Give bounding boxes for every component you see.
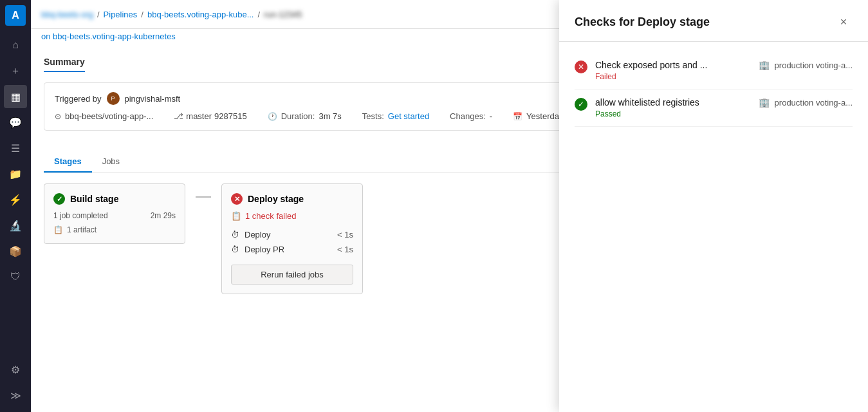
deploy-stage-name: Deploy stage [248, 194, 304, 204]
check-status-2: Passed [595, 109, 759, 118]
breadcrumb-pipelines[interactable]: Pipelines [104, 10, 138, 19]
boards-icon[interactable]: ☰ [4, 136, 27, 160]
tab-jobs[interactable]: Jobs [92, 151, 130, 173]
panel-close-button[interactable]: × [835, 13, 853, 31]
panel-body: ✕ Check exposed ports and ... Failed 🏢 p… [559, 42, 868, 412]
deploy-job-row: ⏱ Deploy < 1s [231, 227, 353, 242]
breadcrumb-sep3: / [257, 10, 260, 19]
security-icon[interactable]: 🛡 [4, 265, 27, 288]
resource-icon-1: 🏢 [759, 60, 770, 70]
check-resource-1: 🏢 production voting-a... [759, 60, 853, 70]
settings-icon[interactable]: ⚙ [4, 358, 27, 381]
duration-label: Duration: [281, 111, 315, 121]
tests-label: Tests: [362, 111, 384, 121]
summary-title: Summary [44, 57, 85, 72]
repo-meta: ⊙ bbq-beets/voting-app-... [55, 111, 153, 121]
breadcrumb-sep2: / [141, 10, 143, 19]
repo-name[interactable]: bbq-beets/voting-app-... [65, 111, 153, 121]
dashboard-icon[interactable]: ▦ [4, 85, 27, 108]
branch-name[interactable]: master [186, 111, 212, 121]
check-info-2: allow whitelisted registries Passed [595, 97, 759, 118]
add-icon[interactable]: ＋ [4, 59, 27, 82]
check-failed-link[interactable]: 📋 1 check failed [231, 211, 353, 221]
artifact-icon: 📋 [53, 225, 63, 234]
deploy-stage-header: ✕ Deploy stage [231, 193, 353, 205]
collapse-icon[interactable]: ≫ [4, 384, 27, 407]
sidebar-logo[interactable]: A [5, 5, 26, 26]
deploy-job-time: < 1s [337, 230, 353, 239]
tests-link[interactable]: Get started [388, 111, 429, 121]
changes-value: - [490, 111, 492, 121]
check-name-2[interactable]: allow whitelisted registries [595, 97, 759, 108]
deploy-pr-job-name[interactable]: Deploy PR [245, 245, 284, 254]
resource-name-1[interactable]: production voting-a... [775, 61, 853, 70]
resource-icon-2: 🏢 [759, 97, 770, 108]
sidebar: A ⌂ ＋ ▦ 💬 ☰ 📁 ⚡ 🔬 📦 🛡 ⚙ ≫ [0, 0, 31, 412]
user-avatar: P [107, 92, 120, 105]
check-resource-2: 🏢 production voting-a... [759, 97, 853, 108]
tab-stages[interactable]: Stages [44, 151, 92, 173]
checks-panel: Checks for Deploy stage × ✕ Check expose… [559, 0, 868, 412]
pipelines-icon[interactable]: ⚡ [4, 188, 27, 211]
deploy-pr-job-left: ⏱ Deploy PR [231, 245, 284, 254]
changes-label: Changes: [450, 111, 486, 121]
tests-meta: Tests: Get started [362, 111, 429, 121]
connector-line [196, 196, 211, 198]
breadcrumb-run: run-12345 [264, 10, 302, 19]
check-icon: 📋 [231, 211, 241, 221]
artifacts-icon[interactable]: 📦 [4, 239, 27, 263]
deploy-job-icon: ⏱ [231, 230, 239, 239]
artifact-count: 1 artifact [67, 225, 97, 234]
triggered-label: Triggered by [55, 94, 102, 104]
check-pass-icon-2: ✓ [575, 98, 587, 111]
check-name-1[interactable]: Check exposed ports and ... [595, 60, 759, 70]
build-stage-meta: 1 job completed 2m 29s [53, 211, 176, 220]
deploy-job-name[interactable]: Deploy [245, 230, 270, 239]
deploy-pr-job-time: < 1s [337, 245, 353, 254]
duration-value: 3m 7s [319, 111, 341, 121]
check-item-1: ✕ Check exposed ports and ... Failed 🏢 p… [575, 52, 853, 89]
test-icon[interactable]: 🔬 [4, 214, 27, 237]
check-info-1: Check exposed ports and ... Failed [595, 60, 759, 81]
breadcrumb-org[interactable]: bbq-beets-org [41, 10, 93, 19]
panel-title: Checks for Deploy stage [575, 15, 710, 29]
commit-hash[interactable]: 9287515 [214, 111, 247, 121]
deploy-pr-job-row: ⏱ Deploy PR < 1s [231, 242, 353, 257]
stage-connector [196, 196, 211, 198]
resource-name-2[interactable]: production voting-a... [775, 98, 853, 108]
calendar-icon: 📅 [513, 112, 522, 121]
branch-icon: ⎇ [174, 111, 183, 121]
changes-meta: Changes: - [450, 111, 492, 121]
build-jobs-completed: 1 job completed [53, 211, 108, 220]
check-fail-icon-1: ✕ [575, 61, 587, 73]
main-content: bbq-beets-org / Pipelines / bbq-beets.vo… [31, 0, 868, 412]
user-name[interactable]: pingvishal-msft [125, 94, 181, 104]
panel-header: Checks for Deploy stage × [559, 0, 868, 42]
build-artifact: 📋 1 artifact [53, 225, 176, 234]
check-failed-text: 1 check failed [245, 211, 297, 221]
check-status-1: Failed [595, 72, 759, 81]
repo-icon: ⊙ [55, 112, 61, 121]
build-stage-name: Build stage [70, 194, 118, 204]
chat-icon[interactable]: 💬 [4, 111, 27, 134]
deploy-job-left: ⏱ Deploy [231, 230, 270, 239]
deploy-pr-job-icon: ⏱ [231, 245, 239, 254]
breadcrumb-pipeline-name[interactable]: bbq-beets.voting-app-kube... [147, 10, 254, 19]
build-stage-card: ✓ Build stage 1 job completed 2m 29s 📋 1… [44, 183, 185, 244]
duration-meta: 🕐 Duration: 3m 7s [268, 111, 342, 121]
branch-meta: ⎇ master 9287515 [174, 111, 246, 121]
build-duration: 2m 29s [151, 211, 176, 220]
deploy-stage-card: ✕ Deploy stage 📋 1 check failed ⏱ Deploy… [221, 183, 363, 294]
build-status-icon: ✓ [53, 193, 65, 205]
build-stage-header: ✓ Build stage [53, 193, 176, 205]
clock-icon: 🕐 [268, 112, 277, 121]
repo-link[interactable]: on bbq-beets.voting-app-kubernetes [41, 32, 176, 41]
rerun-failed-button[interactable]: Rerun failed jobs [231, 265, 353, 285]
check-item-2: ✓ allow whitelisted registries Passed 🏢 … [575, 89, 853, 127]
deploy-status-icon: ✕ [231, 193, 243, 205]
home-icon[interactable]: ⌂ [4, 33, 27, 57]
repos-icon[interactable]: 📁 [4, 162, 27, 185]
breadcrumb-sep1: / [97, 10, 100, 19]
